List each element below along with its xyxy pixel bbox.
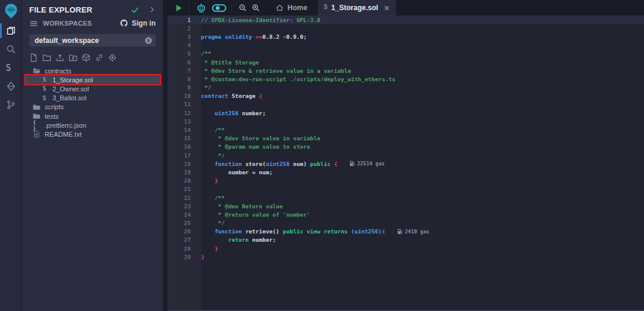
folder-icon — [33, 103, 41, 111]
line-number: 12 — [168, 110, 191, 116]
code-line-13: 13 — [168, 117, 644, 125]
tree-item-label: contracts — [45, 67, 72, 75]
solidity-icon: S — [41, 85, 48, 93]
line-number: 8 — [168, 76, 191, 82]
tree-item-3-ballot-sol[interactable]: S3_Ballot.sol — [22, 94, 163, 103]
line-number: 29 — [168, 254, 191, 260]
tree-item-2-owner-sol[interactable]: S2_Owner.sol — [22, 84, 163, 93]
tab-1-storage-sol[interactable]: S 1_Storage.sol — [318, 0, 396, 16]
solidity-compiler-icon: S — [6, 63, 16, 73]
remix-logo[interactable] — [0, 0, 21, 21]
line-number: 22 — [168, 195, 191, 201]
deploy-run-icon — [6, 81, 16, 91]
code-text: * @dev Return value — [191, 203, 283, 210]
line-number: 11 — [168, 101, 191, 107]
line-number: 13 — [168, 118, 191, 125]
code-line-8: 8 * @custom:dev-run-script ./scripts/dep… — [168, 75, 644, 83]
tree-item-contracts[interactable]: contracts — [22, 66, 163, 75]
code-line-9: 9 */ — [168, 84, 644, 92]
new-file-button[interactable] — [29, 53, 38, 62]
code-line-26: 26 function retrieve() public view retur… — [168, 227, 644, 236]
code-line-22: 22 /** — [168, 193, 644, 202]
file-explorer-header: FILE EXPLORER — [22, 3, 163, 16]
workspaces-label: WORKSPACES — [43, 20, 114, 27]
tree-item-label: README.txt — [45, 131, 82, 138]
copilot-toggle[interactable] — [210, 2, 227, 13]
file-tree: contractsS1_Storage.solS2_Owner.solS3_Ba… — [22, 66, 163, 139]
file-icon — [33, 130, 41, 138]
line-number: 24 — [168, 211, 191, 218]
tree-item-label: .prettierrc.json — [45, 122, 86, 129]
git-icon — [6, 100, 16, 110]
code-text: function store(uint256 num) public { — [191, 161, 338, 167]
editor-area: Home S 1_Storage.sol 1// SPDX-License-Id… — [168, 0, 644, 311]
code-text: * @param num value to store — [191, 143, 310, 150]
code-text: * @dev Store & retrieve value in a varia… — [191, 67, 351, 74]
zoom-in-button[interactable] — [249, 2, 262, 13]
panel-resize-handle[interactable] — [163, 0, 168, 311]
sidebar-item-file-explorer[interactable] — [0, 21, 21, 40]
ai-copilot-button[interactable] — [194, 2, 208, 14]
cube-icon — [82, 53, 91, 62]
gas-pump-icon — [397, 229, 402, 235]
cube-button[interactable] — [82, 53, 91, 62]
run-script-button[interactable] — [172, 2, 185, 13]
code-line-29: 29} — [168, 253, 644, 261]
code-editor[interactable]: 1// SPDX-License-Identifier: GPL-3.023pr… — [168, 16, 644, 311]
code-text: * @dev Store value in variable — [191, 135, 320, 141]
check-icon[interactable] — [131, 5, 140, 14]
sign-in-button[interactable]: Sign in — [119, 19, 156, 28]
sidebar-item-solidity-compiler[interactable]: S — [0, 58, 21, 77]
activity-bar-items: S — [0, 21, 21, 114]
line-number: 16 — [168, 143, 191, 150]
tree-item-label: 3_Ballot.sol — [52, 94, 86, 101]
sidebar-item-git[interactable] — [0, 96, 21, 114]
tree-item-readme-txt[interactable]: README.txt — [22, 130, 163, 138]
solidity-icon: S — [41, 94, 48, 102]
close-tab-icon[interactable] — [383, 5, 390, 11]
link-button[interactable] — [95, 53, 104, 62]
code-line-11: 11 — [168, 100, 644, 109]
code-line-27: 27 return number; — [168, 236, 644, 244]
workspaces-menu-icon[interactable] — [29, 19, 38, 28]
tree-item-prettierrc-json[interactable]: { }.prettierrc.json — [22, 121, 163, 130]
code-line-25: 25 */ — [168, 219, 644, 227]
line-number: 26 — [168, 228, 191, 235]
workspace-select[interactable]: default_workspace — [29, 34, 156, 47]
gas-estimate: 22514 gas — [349, 161, 385, 167]
sidebar-item-deploy-run[interactable] — [0, 77, 21, 96]
code-text: uint256 number; — [191, 110, 266, 116]
code-text: } — [191, 254, 205, 260]
chevron-right-icon[interactable] — [148, 6, 156, 13]
files-icon — [6, 26, 16, 36]
zoom-out-button[interactable] — [236, 2, 249, 13]
code-text: */ — [191, 220, 225, 226]
remix-ide-window: S FILE EXPLORER WORKSPACES Sign in defau… — [0, 0, 644, 311]
code-line-24: 24 * @return value of 'number' — [168, 210, 644, 218]
tree-item-label: 1_Storage.sol — [52, 76, 93, 84]
code-text: * @custom:dev-run-script ./scripts/deplo… — [191, 76, 395, 82]
file-explorer-panel: FILE EXPLORER WORKSPACES Sign in default… — [22, 0, 163, 311]
line-number: 17 — [168, 152, 191, 159]
sidebar-item-search[interactable] — [0, 40, 21, 58]
new-folder-button[interactable] — [42, 53, 51, 62]
upload-folder-button[interactable] — [69, 53, 78, 62]
workspace-selected-value: default_workspace — [35, 36, 99, 45]
diamond-button[interactable] — [108, 53, 117, 62]
json-icon: { } — [33, 121, 41, 129]
code-line-28: 28 } — [168, 244, 644, 253]
code-line-20: 20 } — [168, 177, 644, 185]
code-line-17: 17 */ — [168, 151, 644, 159]
tree-item-1-storage-sol[interactable]: S1_Storage.sol — [22, 75, 163, 84]
tree-item-tests[interactable]: tests — [22, 112, 163, 121]
code-text: /** — [191, 195, 225, 201]
upload-file-button[interactable] — [55, 53, 64, 62]
tree-item-scripts[interactable]: scripts — [22, 103, 163, 112]
code-line-1: 1// SPDX-License-Identifier: GPL-3.0 — [168, 16, 644, 24]
code-text: pragma solidity >=0.8.2 <0.9.0; — [191, 33, 306, 40]
code-text: return number; — [191, 236, 276, 243]
line-number: 19 — [168, 169, 191, 175]
tab-home[interactable]: Home — [268, 0, 314, 16]
line-number: 5 — [168, 50, 191, 57]
code-text: } — [191, 245, 218, 252]
